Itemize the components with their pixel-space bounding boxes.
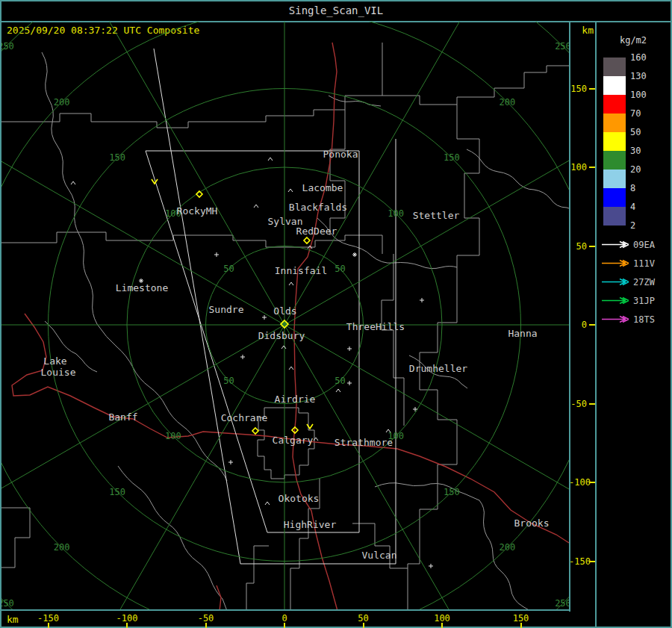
ring-label-250: 250 bbox=[1, 598, 14, 609]
caret-marker bbox=[254, 205, 258, 208]
right-axis-unit-label: km bbox=[570, 25, 594, 36]
colorbar-swatch bbox=[603, 151, 626, 170]
colorbar-value: 20 bbox=[630, 164, 641, 175]
ring-label-150: 150 bbox=[109, 152, 125, 163]
storm-markers bbox=[71, 158, 433, 568]
diamond-marker bbox=[252, 428, 258, 434]
ring-label-100: 100 bbox=[388, 208, 404, 219]
plus-marker bbox=[214, 252, 219, 257]
city-label-drumheller: Drumheller bbox=[409, 363, 467, 374]
city-label-calgary: Calgary bbox=[273, 435, 314, 446]
plus-marker bbox=[228, 460, 233, 464]
ring-label-200: 200 bbox=[54, 542, 70, 553]
bottom-axis-tick-label: 50 bbox=[358, 613, 368, 624]
frame-top bbox=[0, 0, 672, 1]
bottom-axis-tick-label: -150 bbox=[37, 613, 59, 624]
right-axis-tick bbox=[589, 246, 595, 247]
vector-id-label: 31JP bbox=[633, 296, 655, 306]
right-axis-tick-label: 150 bbox=[569, 84, 587, 94]
right-axis-tick bbox=[589, 167, 595, 168]
vector-id-label: 09EA bbox=[633, 240, 655, 250]
ring-label-150: 150 bbox=[444, 152, 460, 163]
plus-marker bbox=[347, 381, 352, 385]
right-axis-tick-label: -100 bbox=[569, 477, 587, 488]
map-right-border bbox=[569, 22, 570, 612]
ring-label-100: 100 bbox=[165, 431, 181, 441]
caret-marker bbox=[289, 367, 293, 370]
ring-label-50: 50 bbox=[335, 264, 345, 274]
city-label-banff: Banff bbox=[108, 411, 137, 423]
city-label-olds: Olds bbox=[273, 305, 296, 317]
city-label-sundre: Sundre bbox=[209, 304, 244, 315]
star-marker bbox=[352, 252, 357, 257]
ring-label-50: 50 bbox=[335, 376, 345, 386]
right-axis-tick-label: 100 bbox=[569, 162, 587, 172]
city-label-highriver: HighRiver bbox=[284, 519, 336, 530]
right-axis-tick-label: -50 bbox=[569, 399, 587, 409]
city-label-lake: Lake bbox=[43, 355, 66, 367]
caret-marker bbox=[71, 181, 75, 184]
colorbar-swatch bbox=[603, 170, 626, 188]
bottom-axis-tick bbox=[363, 623, 364, 628]
map-canvas[interactable]: 5050505010010010010015015015015020020020… bbox=[1, 22, 569, 611]
city-label-threehills: ThreeHills bbox=[346, 321, 405, 332]
right-axis-tick-label: 50 bbox=[569, 241, 587, 252]
ring-label-150: 150 bbox=[444, 487, 460, 497]
city-label-okotoks: Okotoks bbox=[279, 493, 320, 504]
city-label-brooks: Brooks bbox=[514, 517, 550, 529]
right-axis-tick bbox=[589, 561, 595, 562]
ring-label-200: 200 bbox=[54, 97, 70, 108]
colorbar-value: 70 bbox=[630, 108, 641, 119]
window-title: Single_Scan_VIL bbox=[0, 0, 672, 21]
city-label-cochrane: Cochrane bbox=[221, 412, 268, 423]
city-label-didsbury: Didsbury bbox=[258, 330, 305, 341]
bottom-axis-tick-label: 0 bbox=[281, 613, 287, 624]
caret-marker bbox=[265, 502, 270, 505]
city-label-reddeer: RedDeer bbox=[296, 226, 337, 237]
varrow-marker bbox=[307, 424, 313, 429]
city-label-stettler: Stettler bbox=[413, 210, 460, 221]
city-label-rockymh: RockyMH bbox=[177, 205, 218, 217]
colorbar-swatch bbox=[603, 132, 626, 151]
colorbar-value: 8 bbox=[630, 183, 635, 193]
colorbar-swatch bbox=[603, 114, 626, 132]
bottom-axis-tick bbox=[126, 623, 128, 628]
vector-arrow-icon bbox=[600, 257, 630, 271]
colorbar-value: 2 bbox=[630, 220, 635, 231]
colorbar-swatch bbox=[603, 95, 626, 114]
vector-arrow-icon bbox=[600, 276, 630, 290]
vector-arrow-icon bbox=[600, 294, 630, 308]
colorbar-value: 100 bbox=[630, 90, 647, 100]
plus-marker bbox=[429, 564, 433, 568]
right-axis-tick bbox=[589, 403, 595, 405]
plus-marker bbox=[262, 315, 267, 320]
colorbar-swatch bbox=[603, 188, 626, 207]
vector-id-label: 111V bbox=[633, 258, 655, 269]
ring-label-50: 50 bbox=[223, 376, 234, 386]
plus-marker bbox=[240, 355, 245, 359]
frame-left bbox=[0, 0, 1, 628]
city-label-lacombe: Lacombe bbox=[302, 182, 343, 193]
diamond-marker bbox=[304, 237, 310, 243]
bottom-axis-tick bbox=[205, 623, 207, 628]
ring-label-200: 200 bbox=[500, 97, 516, 108]
radar-application-window: { "title": "Single_Scan_VIL", "header": … bbox=[0, 0, 672, 628]
bottom-axis-tick bbox=[441, 623, 443, 628]
ring-label-250: 250 bbox=[1, 41, 14, 52]
colorbar-value: 4 bbox=[630, 202, 635, 212]
colorbar-swatch bbox=[603, 57, 626, 76]
caret-marker bbox=[288, 189, 293, 192]
city-label-limestone: Limestone bbox=[116, 282, 168, 293]
bottom-axis-tick-label: 150 bbox=[513, 613, 529, 624]
right-axis-tick bbox=[589, 482, 595, 483]
city-label-hanna: Hanna bbox=[508, 328, 537, 339]
bottom-axis-tick bbox=[520, 623, 522, 628]
colorbar-swatch bbox=[603, 76, 626, 95]
colorbar-unit-label: kg/m2 bbox=[597, 35, 669, 46]
right-axis-tick bbox=[589, 324, 595, 326]
ring-label-250: 250 bbox=[555, 598, 569, 609]
bottom-axis-tick-label: -100 bbox=[116, 613, 138, 624]
city-label-vulcan: Vulcan bbox=[362, 550, 397, 561]
ring-label-250: 250 bbox=[555, 41, 569, 52]
vector-id-label: 27ZW bbox=[633, 277, 655, 287]
